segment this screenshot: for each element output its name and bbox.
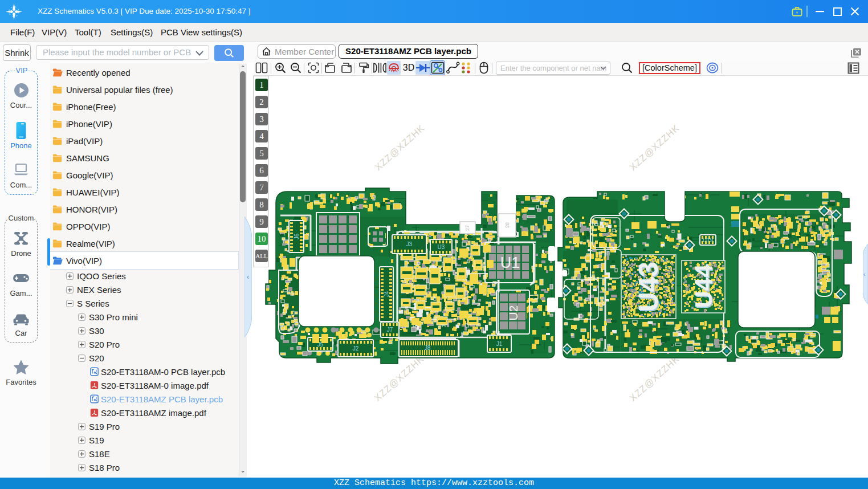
svg-text:J4: J4 xyxy=(384,291,390,297)
svg-text:XZZ@XZZHK: XZZ@XZZHK xyxy=(627,353,682,404)
svg-text:J3: J3 xyxy=(406,241,413,247)
svg-text:J7: J7 xyxy=(387,327,393,333)
svg-text:U44: U44 xyxy=(690,264,717,308)
svg-text:U43: U43 xyxy=(633,262,663,312)
svg-text:J2: J2 xyxy=(353,345,359,352)
svg-text:XZZ@XZZHK: XZZ@XZZHK xyxy=(372,353,426,404)
svg-text:U3: U3 xyxy=(438,244,445,250)
svg-text:U2: U2 xyxy=(507,305,520,321)
svg-text:28: 28 xyxy=(504,222,510,228)
svg-text:J1: J1 xyxy=(496,341,503,347)
svg-text:XZZ@XZZHK: XZZ@XZZHK xyxy=(373,123,427,173)
svg-text:U19: U19 xyxy=(703,237,714,243)
svg-text:J8: J8 xyxy=(425,345,431,351)
svg-text:U1: U1 xyxy=(500,254,520,271)
svg-text:27: 27 xyxy=(464,225,470,231)
svg-text:‹: ‹ xyxy=(247,273,249,281)
svg-text:J6: J6 xyxy=(294,233,300,239)
svg-text:‹: ‹ xyxy=(863,271,865,278)
svg-text:XZZ@XZZHK: XZZ@XZZHK xyxy=(627,123,682,173)
